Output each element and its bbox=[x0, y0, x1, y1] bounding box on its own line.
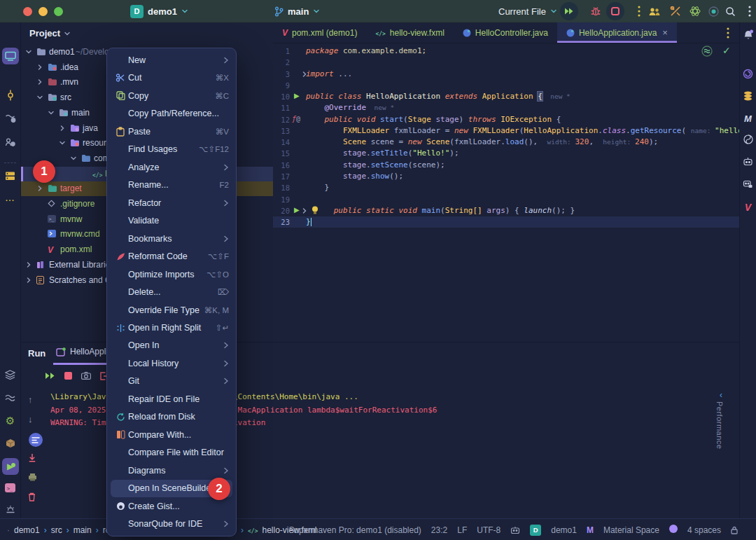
main-menu-kebab-icon[interactable] bbox=[741, 0, 756, 22]
stop-console-button[interactable] bbox=[64, 372, 72, 380]
tool-stripe-endpoints-button[interactable] bbox=[0, 394, 20, 402]
menu-item-reload-from-disk[interactable]: Reload from Disk bbox=[107, 408, 236, 426]
soft-wrap-button[interactable] bbox=[28, 432, 43, 448]
menu-item-cut[interactable]: Cut⌘X bbox=[107, 69, 236, 86]
tab-list-kebab-icon[interactable] bbox=[727, 22, 739, 43]
code-with-me-button[interactable] bbox=[645, 0, 664, 22]
menu-item-repair-ide-on-file[interactable]: Repair IDE on File bbox=[107, 390, 236, 408]
no-problems-check-icon[interactable]: ✓ bbox=[722, 45, 731, 56]
tool-stripe-commit-button[interactable] bbox=[0, 90, 20, 101]
close-tab-icon[interactable]: × bbox=[662, 27, 668, 38]
menu-item-compare-with-[interactable]: Compare With... bbox=[107, 426, 236, 443]
run-line-icon[interactable]: ▶ bbox=[294, 206, 300, 214]
maven-v-icon[interactable]: V bbox=[740, 202, 756, 213]
printer-icon[interactable] bbox=[28, 473, 37, 481]
minimize-window-button[interactable] bbox=[38, 7, 48, 16]
tool-stripe-project-button[interactable] bbox=[0, 48, 20, 64]
tool-stripe-dependencies-button[interactable] bbox=[0, 438, 20, 448]
theme-name[interactable]: Material Space bbox=[603, 525, 659, 535]
chevron-right-icon[interactable] bbox=[36, 78, 43, 85]
menu-item-override-file-type[interactable]: Override File Type⌘K, M bbox=[107, 301, 236, 319]
prev-occurrence-button[interactable]: ↑ bbox=[28, 394, 33, 405]
menu-item-diagrams[interactable]: Diagrams bbox=[107, 462, 236, 479]
menu-item-open-in[interactable]: Open In bbox=[107, 337, 236, 354]
chevron-down-icon[interactable] bbox=[48, 109, 55, 116]
tool-stripe-structure-button[interactable] bbox=[0, 171, 20, 181]
line-ending-selector[interactable]: LF bbox=[457, 525, 467, 535]
capture-snapshot-button[interactable] bbox=[81, 372, 91, 380]
tab-pom-xml-demo1-[interactable]: Vpom.xml (demo1) bbox=[273, 22, 366, 43]
tool-stripe-terminal-button[interactable]: >_ bbox=[0, 483, 20, 492]
debug-button[interactable] bbox=[587, 0, 605, 22]
run-config-selector[interactable]: Current File bbox=[498, 0, 557, 22]
menu-item-paste[interactable]: Paste⌘V bbox=[107, 123, 236, 140]
copilot-status-icon[interactable] bbox=[510, 526, 520, 534]
project-badge[interactable]: D bbox=[530, 525, 541, 536]
plugin-swirl-icon[interactable] bbox=[740, 134, 756, 144]
run-button[interactable] bbox=[560, 0, 578, 22]
chevron-right-icon[interactable] bbox=[36, 185, 43, 192]
accent-color-dot[interactable] bbox=[669, 525, 678, 535]
database-tool-icon[interactable] bbox=[740, 91, 756, 101]
tab-hello-view-fxml[interactable]: </>hello-view.fxml bbox=[366, 22, 453, 43]
ai-chat-icon[interactable] bbox=[740, 179, 756, 189]
menu-item-local-history[interactable]: Local History bbox=[107, 354, 236, 372]
chevron-down-icon[interactable] bbox=[70, 155, 77, 162]
tool-stripe-problems-button[interactable] bbox=[0, 504, 20, 514]
readonly-lock-icon[interactable] bbox=[731, 526, 738, 534]
ai-assistant-icon[interactable] bbox=[740, 69, 756, 79]
tools-button[interactable] bbox=[666, 0, 685, 22]
menu-item-refactor[interactable]: Refactor bbox=[107, 194, 236, 212]
branch-switcher[interactable]: main bbox=[274, 0, 320, 22]
notifications-bell-icon[interactable] bbox=[740, 29, 756, 41]
breadcrumb-item-main[interactable]: main bbox=[74, 525, 92, 535]
menu-item-optimize-imports[interactable]: Optimize Imports⌥⇧O bbox=[107, 265, 236, 283]
menu-item-copy[interactable]: Copy⌘C bbox=[107, 87, 236, 104]
menu-item-new[interactable]: New bbox=[107, 51, 236, 69]
run-line-icon[interactable]: ▶ bbox=[294, 92, 300, 99]
plugins-button[interactable] bbox=[686, 0, 704, 22]
close-window-button[interactable] bbox=[23, 7, 32, 16]
next-occurrence-button[interactable]: ↓ bbox=[28, 414, 33, 424]
tool-stripe-more-button[interactable]: ∙∙∙ bbox=[0, 196, 20, 205]
chevron-right-icon[interactable] bbox=[59, 125, 66, 132]
tab-hellocontroller-java[interactable]: HelloController.java bbox=[454, 22, 557, 43]
tab-performance[interactable]: Performance bbox=[715, 401, 724, 449]
menu-item-delete-[interactable]: Delete...⌦ bbox=[107, 283, 236, 300]
collapse-panel-icon[interactable]: ‹ bbox=[720, 390, 722, 400]
menu-item-compare-file-with-editor[interactable]: Compare File with Editor bbox=[107, 444, 236, 462]
menu-item-sonarqube-for-ide[interactable]: SonarQube for IDE bbox=[107, 515, 236, 533]
chevron-down-icon[interactable] bbox=[59, 139, 66, 146]
caret-position[interactable]: 23:2 bbox=[431, 525, 447, 535]
maven-tool-icon[interactable]: M bbox=[740, 113, 756, 124]
menu-item-rename-[interactable]: Rename...F2 bbox=[107, 176, 236, 193]
menu-item-git[interactable]: Git bbox=[107, 373, 236, 390]
supermaven-status[interactable]: Supermaven Pro: demo1 (disabled) bbox=[288, 525, 421, 535]
tool-stripe-services-button[interactable] bbox=[0, 370, 20, 380]
chevron-down-icon[interactable] bbox=[36, 94, 43, 101]
indent-selector[interactable]: 4 spaces bbox=[687, 525, 721, 535]
stop-button[interactable] bbox=[606, 0, 624, 22]
tab-helloapplication-java[interactable]: HelloApplication.java× bbox=[557, 22, 677, 43]
chevron-right-icon[interactable] bbox=[25, 277, 32, 284]
menu-item-copy-path-reference-[interactable]: Copy Path/Reference... bbox=[107, 104, 236, 122]
chevron-right-icon[interactable] bbox=[36, 64, 43, 71]
chevron-right-icon[interactable] bbox=[25, 261, 32, 268]
menu-item-analyze[interactable]: Analyze bbox=[107, 158, 236, 176]
tool-stripe-run-button[interactable]: ▶ bbox=[0, 458, 20, 475]
screen-record-button[interactable] bbox=[704, 0, 722, 22]
chevron-down-icon[interactable] bbox=[25, 48, 32, 55]
tool-stripe-build-button[interactable]: ⚙ bbox=[0, 415, 20, 427]
menu-item-validate[interactable]: Validate bbox=[107, 212, 236, 229]
encoding-selector[interactable]: UTF-8 bbox=[477, 525, 500, 535]
rerun-button[interactable] bbox=[45, 372, 55, 380]
menu-item-reformat-code[interactable]: Reformat Code⌥⇧F bbox=[107, 247, 236, 265]
clear-console-button[interactable] bbox=[28, 492, 36, 501]
tool-stripe-pull-requests-button[interactable]: ? bbox=[0, 113, 20, 123]
scroll-to-end-button[interactable] bbox=[28, 453, 36, 462]
copilot-icon[interactable] bbox=[740, 157, 756, 166]
zoom-window-button[interactable] bbox=[54, 7, 63, 16]
menu-item-bookmarks[interactable]: Bookmarks bbox=[107, 230, 236, 247]
status-project-name[interactable]: demo1 bbox=[551, 525, 577, 535]
menu-item-open-in-right-split[interactable]: Open in Right Split⇧↵ bbox=[107, 319, 236, 336]
